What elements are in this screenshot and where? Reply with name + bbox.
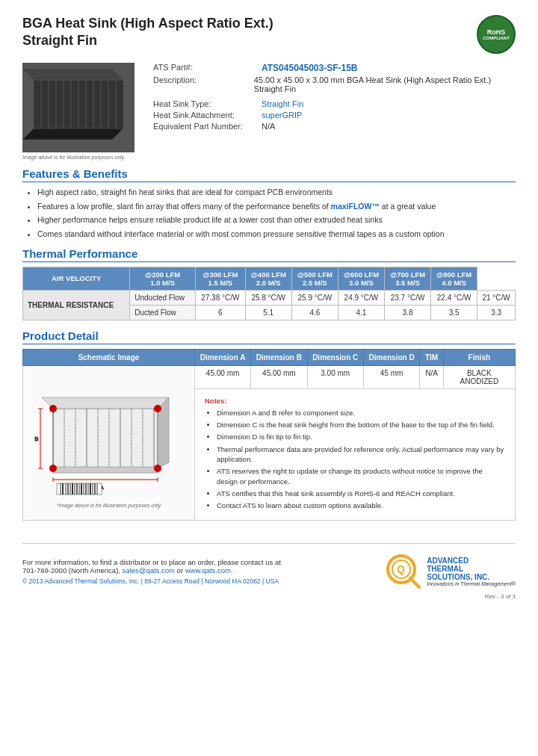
part-number-row: ATS Part#: ATS045045003-SF-15B: [153, 63, 516, 73]
note-3: Dimension D is fin tip to fin tip.: [217, 432, 505, 441]
ats-company-name: ADVANCEDTHERMALSOLUTIONS, INC.: [427, 557, 516, 581]
equivalent-label: Equivalent Part Number:: [153, 122, 262, 131]
svg-point-32: [49, 465, 57, 472]
attachment-label: Heat Sink Attachment:: [153, 111, 262, 120]
maxiflow-highlight: maxiFLOW™: [331, 202, 380, 211]
heat-sink-type-row: Heat Sink Type: Straight Fin: [153, 99, 516, 108]
finish-value: BLACK ANODIZED: [443, 365, 515, 388]
svg-marker-14: [53, 409, 158, 468]
col-600lfm: @600 LFM3.0 M/S: [338, 267, 384, 290]
unducted-700: 22.4 °C/W: [431, 290, 477, 305]
note-6: ATS certifies that this heat sink assemb…: [217, 489, 505, 498]
svg-line-61: [410, 578, 419, 587]
notes-title: Notes:: [205, 397, 505, 405]
unducted-500: 24.9 °C/W: [338, 290, 384, 305]
note-4: Thermal performance data are provided fo…: [217, 444, 505, 465]
rohs-compliant: COMPLIANT: [483, 36, 510, 40]
unducted-800: 21 °C/W: [477, 290, 516, 305]
note-2: Dimension C is the heat sink height from…: [217, 420, 505, 430]
ducted-300: 5.1: [245, 305, 291, 320]
dimensions-row: A B: [23, 365, 516, 388]
product-detail-title: Product Detail: [22, 329, 516, 344]
unducted-300: 25.8 °C/W: [245, 290, 291, 305]
svg-marker-0: [22, 128, 123, 140]
part-number-label: ATS Part#:: [153, 63, 262, 73]
tim-header: TIM: [420, 349, 443, 365]
svg-marker-27: [42, 397, 169, 409]
dim-d-value: 45 mm: [363, 365, 419, 388]
svg-text:Q: Q: [397, 563, 405, 575]
thermal-table: AIR VELOCITY @200 LFM1.0 M/S @300 LFM1.5…: [22, 267, 516, 320]
col-400lfm: @400 LFM2.0 M/S: [245, 267, 291, 290]
svg-text:B: B: [34, 436, 38, 442]
heat-sink-type-label: Heat Sink Type:: [153, 99, 262, 108]
footer-contact: For more information, to find a distribu…: [22, 558, 281, 574]
note-7: Contact ATS to learn about custom option…: [217, 501, 505, 510]
schematic-cell: A B: [23, 365, 195, 521]
footer-or: or: [175, 566, 185, 574]
svg-point-34: [49, 405, 57, 412]
note-1: Dimension A and B refer to component siz…: [217, 408, 505, 418]
product-title: BGA Heat Sink (High Aspect Ratio Ext.) S…: [22, 15, 273, 50]
unducted-label: Unducted Flow: [130, 290, 196, 305]
col-800lfm: @800 LFM4.0 M/S: [431, 267, 477, 290]
page-number: Rev - 3 of 3: [22, 593, 516, 600]
dim-c-header: Dimension C: [307, 349, 363, 365]
dim-d-header: Dimension D: [363, 349, 419, 365]
col-700lfm: @700 LFM3.5 M/S: [385, 267, 431, 290]
note-5: ATS reserves the right to update or chan…: [217, 466, 505, 486]
feature-3: Higher performance helps ensure reliable…: [37, 214, 516, 226]
svg-point-33: [154, 465, 161, 472]
attachment-value: superGRIP: [262, 111, 302, 120]
features-list: High aspect ratio, straight fin heat sin…: [22, 187, 516, 240]
dim-a-header: Dimension A: [195, 349, 251, 365]
schematic-header: Schematic Image: [23, 349, 195, 365]
notes-section: Notes: Dimension A and B refer to compon…: [199, 392, 511, 518]
thermal-resistance-label: THERMAL RESISTANCE: [23, 290, 130, 320]
footer-website[interactable]: www.qats.com.: [185, 566, 233, 574]
svg-rect-26: [53, 467, 158, 473]
feature-2: Features a low profile, slant fin array …: [37, 201, 516, 212]
footer-left: For more information, to find a distribu…: [22, 558, 281, 585]
description-label: Description:: [153, 75, 254, 93]
col-300lfm: @300 LFM1.5 M/S: [196, 267, 246, 290]
ats-q-svg: Q: [385, 553, 422, 590]
footer-email[interactable]: sales@qats.com: [123, 566, 175, 574]
description-row: Description: 45.00 x 45.00 x 3.00 mm BGA…: [153, 75, 516, 93]
col-200lfm: @200 LFM1.0 M/S: [130, 267, 196, 290]
heatsink-svg: [22, 65, 134, 151]
col-500lfm: @500 LFM2.5 M/S: [291, 267, 338, 290]
ats-tagline: Innovations in Thermal Management®: [427, 581, 516, 586]
footer-section: For more information, to find a distribu…: [22, 543, 516, 590]
svg-point-35: [154, 405, 161, 412]
dim-b-value: 45.00 mm: [251, 365, 307, 388]
unducted-400: 25.9 °C/W: [291, 290, 338, 305]
product-specs: ATS Part#: ATS045045003-SF-15B Descripti…: [153, 63, 516, 160]
unducted-200: 27.38 °C/W: [196, 290, 246, 305]
ats-text-block: ADVANCEDTHERMALSOLUTIONS, INC. Innovatio…: [427, 557, 516, 586]
title-line2: Straight Fin: [22, 33, 97, 48]
detail-table: Schematic Image Dimension A Dimension B …: [22, 349, 516, 521]
ducted-200: 6: [196, 305, 246, 320]
feature-1: High aspect ratio, straight fin heat sin…: [37, 187, 516, 198]
ats-logo: Q ADVANCEDTHERMALSOLUTIONS, INC. Innovat…: [385, 553, 516, 590]
finish-header: Finish: [443, 349, 515, 365]
page-header: BGA Heat Sink (High Aspect Ratio Ext.) S…: [22, 15, 516, 54]
rohs-text: RoHS: [487, 28, 506, 36]
attachment-row: Heat Sink Attachment: superGRIP: [153, 111, 516, 120]
dim-c-value: 3.00 mm: [307, 365, 363, 388]
dim-a-value: 45.00 mm: [195, 365, 251, 388]
product-image: [22, 63, 134, 152]
part-number-value: ATS045045003-SF-15B: [262, 63, 358, 73]
air-velocity-header: AIR VELOCITY: [23, 267, 130, 290]
unducted-600: 23.7 °C/W: [385, 290, 431, 305]
dim-b-header: Dimension B: [251, 349, 307, 365]
ducted-800: 3.3: [477, 305, 516, 320]
thermal-title: Thermal Performance: [22, 247, 516, 262]
ducted-label: Ducted Flow: [130, 305, 196, 320]
footer-copyright: © 2013 Advanced Thermal Solutions, Inc. …: [22, 577, 281, 585]
schematic-svg: A B: [31, 379, 188, 498]
equivalent-row: Equivalent Part Number: N/A: [153, 122, 516, 131]
unducted-row: THERMAL RESISTANCE Unducted Flow 27.38 °…: [23, 290, 516, 305]
schematic-caption: *Image above is for illustration purpose…: [27, 503, 191, 508]
